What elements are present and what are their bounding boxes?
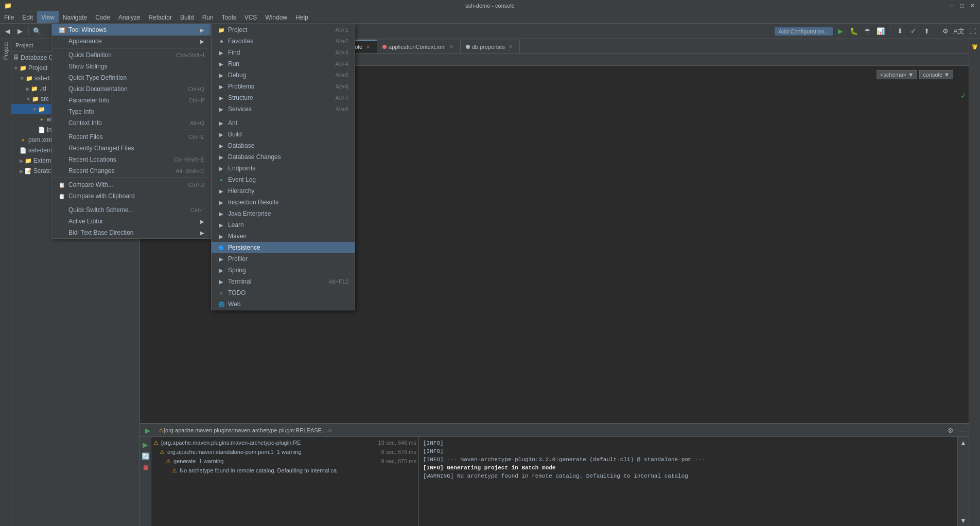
tab-dbprops[interactable]: db.properties ✕: [461, 40, 520, 53]
search-everywhere-button[interactable]: 🔍: [31, 26, 43, 37]
scratches-label: Scratches and Consoles: [33, 167, 100, 174]
menu-run[interactable]: Run: [198, 11, 218, 23]
tab-appcontext-close[interactable]: ✕: [448, 43, 455, 50]
run-tree-item-1[interactable]: ⚠ org.apache.maven:standalone-pom:pom:1 …: [151, 447, 418, 457]
run-minimize-button[interactable]: —: [957, 425, 969, 436]
menu-view[interactable]: View: [37, 11, 59, 23]
tx-auto-select[interactable]: Tx: Auto Tx: Manual: [144, 55, 188, 64]
translate-button[interactable]: A文: [953, 26, 965, 37]
profile-button[interactable]: 📊: [875, 26, 886, 37]
database-console-label: Database Cons...: [21, 54, 68, 61]
pomxml-label: pom.xml: [28, 136, 51, 144]
settings-button[interactable]: ⚙: [940, 26, 951, 37]
output-format-button[interactable]: ≡: [230, 54, 241, 65]
menu-help[interactable]: Help: [291, 11, 312, 23]
run-title-icon: ⚠: [159, 427, 164, 434]
tree-item-subfolder[interactable]: ▼ 📁: [11, 104, 139, 114]
run-line-2: [INFO] --- maven-archetype-plugin:3.2.0:…: [423, 455, 953, 464]
run-tree-item-2[interactable]: ⚠ generate 1 warning 9 sec, 875 ms: [151, 457, 418, 466]
menu-build[interactable]: Build: [176, 11, 198, 23]
toolbar-separator-1: [28, 27, 29, 36]
tree-item-indexjsp[interactable]: 📄 index.jsp: [11, 125, 139, 135]
tree-item-webxml[interactable]: 🔸 web.xml: [11, 114, 139, 125]
run-stop-button[interactable]: ⏹: [140, 462, 151, 473]
tree-item-src[interactable]: ▼ 📁 src: [11, 94, 139, 104]
tree-item-scratches[interactable]: ▶ 📝 Scratches and Consoles: [11, 166, 139, 176]
toolbar-right-section: Add Configuration... ▶ 🐛 ☂ 📊 ⬇ ✓ ⬆ ⚙ A文 …: [775, 26, 978, 37]
menu-edit[interactable]: Edit: [18, 11, 37, 23]
console-selector[interactable]: console ▼: [919, 70, 953, 79]
run-tree-item-3[interactable]: ⚠ No archetype found in remote catalog. …: [151, 466, 418, 475]
bottom-panel: ▶ ⚠ [org.apache.maven.plugins:maven-arch…: [140, 423, 969, 526]
tab-console-close[interactable]: ✕: [364, 43, 372, 50]
run-toolbar-button[interactable]: ▶: [835, 26, 846, 37]
notifications-tab-rotated[interactable]: 🔔: [971, 41, 978, 54]
menu-analyze[interactable]: Analyze: [114, 11, 145, 23]
run-scroll-up[interactable]: ▲: [958, 437, 969, 448]
tab-demo-dot: [145, 45, 149, 49]
tab-webxml-close[interactable]: ✕: [218, 43, 225, 50]
tab-appcontext[interactable]: applicationContext.xml ✕: [377, 40, 461, 53]
indexjsp-icon: 📄: [38, 127, 45, 133]
tab-demo[interactable]: (demo) ✕: [140, 40, 184, 53]
rollback-button[interactable]: ↩: [203, 54, 215, 65]
tab-strutsxml-close[interactable]: ✕: [269, 43, 276, 50]
right-tool-strip: 🔔: [969, 39, 980, 526]
forward-button[interactable]: ▶: [14, 26, 26, 37]
database-console-item[interactable]: 🗄 Database Cons...: [11, 52, 139, 63]
tab-userjava[interactable]: User.java ✕: [282, 40, 331, 53]
add-configuration-button[interactable]: Add Configuration...: [775, 27, 833, 36]
tab-webxml[interactable]: web.xml ✕: [184, 40, 231, 53]
tab-userjava-close[interactable]: ✕: [319, 43, 326, 50]
tree-item-id[interactable]: ▶ 📁 .id: [11, 83, 139, 94]
tab-strutsxml[interactable]: struts.xml ✕: [231, 40, 282, 53]
menu-tools[interactable]: Tools: [218, 11, 240, 23]
stop-console-button[interactable]: ⏹: [217, 54, 228, 65]
debug-toolbar-button[interactable]: 🐛: [848, 26, 860, 37]
tree-item-ssh-demo[interactable]: ▼ 📁 ssh-d...: [11, 73, 139, 83]
menu-window[interactable]: Window: [261, 11, 291, 23]
console-toolbar: Tx: Auto Tx: Manual ✓ ↩ ⏹ ≡: [140, 54, 969, 66]
vcs-update-button[interactable]: ⬇: [894, 26, 905, 37]
schema-selector[interactable]: <schema> ▼: [877, 70, 917, 79]
menu-file[interactable]: File: [0, 11, 18, 23]
execute-button[interactable]: ✓: [190, 54, 201, 65]
webxml-label: web.xml: [47, 116, 69, 123]
maximize-button[interactable]: □: [958, 2, 966, 9]
back-button[interactable]: ◀: [2, 26, 13, 37]
tree-arrow-subfolder: ▼: [32, 107, 37, 112]
tree-item-external-libs[interactable]: ▶ 📁 External Libraries: [11, 155, 139, 166]
run-rerun-button[interactable]: 🔄: [140, 450, 151, 462]
close-button[interactable]: ✕: [969, 2, 976, 9]
vcs-push-button[interactable]: ⬆: [921, 26, 932, 37]
vcs-commit-button[interactable]: ✓: [907, 26, 919, 37]
minimize-button[interactable]: ─: [948, 2, 955, 9]
run-settings-button[interactable]: ⚙: [945, 425, 956, 436]
run-panel-close[interactable]: ✕: [326, 427, 334, 434]
bottom-tab-run-title[interactable]: ⚠ [org.apache.maven.plugins:maven-archet…: [153, 424, 359, 436]
tab-userjava-dot: [287, 45, 291, 49]
tab-dbprops-label: db.properties: [472, 44, 505, 50]
run-green-button[interactable]: ▶: [140, 439, 151, 450]
tab-dbprops-close[interactable]: ✕: [507, 43, 514, 50]
main-area: Project Project ⚙ 🗄 Database Cons... ▼ 📁…: [0, 39, 980, 526]
tree-item-pomxml[interactable]: 🔸 pom.xml: [11, 135, 139, 145]
coverage-button[interactable]: ☂: [862, 26, 873, 37]
tab-demo-close[interactable]: ✕: [171, 43, 179, 50]
run-item-time-2: 9 sec, 875 ms: [381, 458, 416, 464]
menu-refactor[interactable]: Refactor: [145, 11, 176, 23]
menu-code[interactable]: Code: [91, 11, 114, 23]
run-restart-button[interactable]: ▶: [142, 425, 153, 436]
run-scroll-down[interactable]: ▼: [958, 515, 969, 526]
tree-item-sshdemo-iml[interactable]: 📄 ssh-demo.iml: [11, 145, 139, 155]
extlibs-label: External Libraries: [33, 157, 81, 164]
project-panel-gear[interactable]: ⚙: [130, 42, 135, 48]
tree-item-project-root[interactable]: ▼ 📁 Project: [11, 63, 139, 73]
id-folder-icon: 📁: [31, 85, 38, 92]
fullscreen-button[interactable]: ⛶: [967, 26, 978, 37]
run-tree-item-0[interactable]: ⚠ [org.apache.maven.plugins:maven-archet…: [151, 438, 418, 447]
tab-console[interactable]: ▶ console ✕: [331, 40, 377, 53]
project-tab-rotated[interactable]: Project: [2, 39, 10, 63]
menu-navigate[interactable]: Navigate: [59, 11, 91, 23]
menu-vcs[interactable]: VCS: [240, 11, 261, 23]
